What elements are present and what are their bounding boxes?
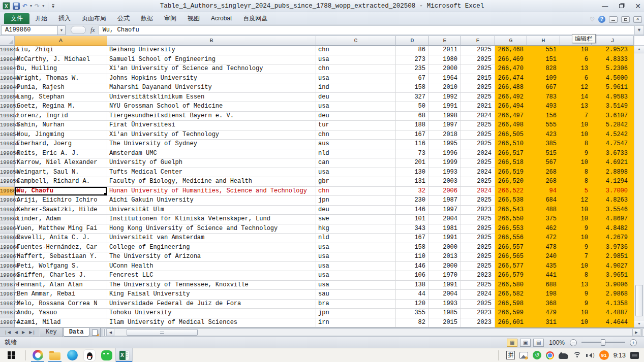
cell-C[interactable]: bra bbox=[316, 300, 396, 309]
cell-I[interactable]: 8 bbox=[560, 271, 592, 281]
sheet-nav-next-icon[interactable]: ▶ bbox=[20, 330, 26, 335]
cell-C[interactable]: chn bbox=[316, 187, 396, 196]
redo-icon[interactable]: ↷ bbox=[35, 3, 40, 9]
cell-H[interactable]: 156 bbox=[527, 112, 560, 121]
ribbon-tab-9[interactable]: 百度网盘 bbox=[237, 13, 273, 24]
cell-A[interactable]: Sahin, Nurhan bbox=[15, 121, 107, 130]
column-header-D[interactable]: D bbox=[396, 36, 429, 46]
cell-D[interactable]: 138 bbox=[396, 281, 429, 290]
cell-F[interactable]: 2021 bbox=[461, 102, 495, 112]
cell-B[interactable]: King Faisal University bbox=[107, 290, 316, 300]
cell-B[interactable]: Universität Ulm bbox=[107, 206, 316, 215]
cell-I[interactable]: 7 bbox=[560, 252, 592, 262]
cell-E[interactable]: 1991 bbox=[429, 234, 461, 243]
cell-A[interactable]: Du, Huiling bbox=[15, 64, 107, 74]
cell-F[interactable]: 2025 bbox=[461, 83, 495, 93]
cell-F[interactable]: 2025 bbox=[461, 55, 495, 65]
row-header-199848[interactable]: 199848 bbox=[0, 74, 15, 84]
cell-B[interactable]: The University of Arizona bbox=[107, 252, 316, 262]
cell-A[interactable]: Tennant, Alan Alan bbox=[15, 281, 107, 290]
column-header-B[interactable]: B bbox=[107, 36, 316, 46]
row-header-199868[interactable]: 199868 bbox=[0, 262, 15, 272]
heart-icon[interactable]: ♡ bbox=[590, 16, 595, 23]
row-header-199864[interactable]: 199864 bbox=[0, 224, 15, 234]
cell-J[interactable]: 4.9027 bbox=[592, 262, 634, 272]
cell-I[interactable]: 8 bbox=[560, 168, 592, 178]
cell-G[interactable]: 266,492 bbox=[495, 93, 527, 103]
name-box-dropdown-icon[interactable]: ▼ bbox=[58, 25, 66, 35]
sheet-nav-last-icon[interactable]: ▶❘ bbox=[27, 330, 37, 335]
cell-J[interactable]: 4.8333 bbox=[592, 55, 634, 65]
cell-E[interactable]: 2000 bbox=[429, 64, 461, 74]
cell-D[interactable]: 110 bbox=[396, 252, 429, 262]
cell-F[interactable]: 2025 bbox=[461, 130, 495, 140]
workbook-minimize-button[interactable] bbox=[609, 16, 618, 23]
cell-B[interactable]: Universitätsklinikum Essen bbox=[107, 93, 316, 103]
customize-qat-icon[interactable]: ▾ bbox=[52, 4, 54, 9]
cell-C[interactable]: sau bbox=[316, 290, 396, 300]
cell-A[interactable]: Ben Ammar, Rebai bbox=[15, 290, 107, 300]
cell-G[interactable]: 266,522 bbox=[495, 187, 527, 196]
cell-F[interactable]: 2025 bbox=[461, 158, 495, 168]
insert-function-icon[interactable]: fx bbox=[90, 26, 95, 34]
cell-E[interactable]: 1999 bbox=[429, 158, 461, 168]
cell-C[interactable]: swe bbox=[316, 215, 396, 224]
cell-D[interactable]: 73 bbox=[396, 149, 429, 159]
cell-C[interactable]: usa bbox=[316, 74, 396, 84]
ribbon-tab-1[interactable]: 开始 bbox=[29, 13, 53, 24]
row-header-199851[interactable]: 199851 bbox=[0, 102, 15, 112]
page-break-view-button[interactable]: ▤ bbox=[533, 339, 544, 347]
cell-E[interactable]: 1993 bbox=[429, 300, 461, 309]
row-header-199858[interactable]: 199858 bbox=[0, 168, 15, 178]
cell-I[interactable]: 10 bbox=[560, 234, 592, 243]
cell-B[interactable]: Tohoku University bbox=[107, 309, 316, 318]
row-header-199857[interactable]: 199857 bbox=[0, 158, 15, 168]
cell-A[interactable]: McCarthy, J. Michael bbox=[15, 55, 107, 65]
row-header-199855[interactable]: 199855 bbox=[0, 140, 15, 149]
cell-A[interactable]: Goetz, Regina M. bbox=[15, 102, 107, 112]
undo-icon[interactable]: ↶ bbox=[22, 3, 27, 9]
cell-E[interactable]: 2010 bbox=[429, 83, 461, 93]
workbook-restore-button[interactable] bbox=[621, 16, 630, 23]
cell-H[interactable]: 488 bbox=[527, 206, 560, 215]
cell-C[interactable]: chn bbox=[316, 46, 396, 55]
cell-I[interactable]: 12 bbox=[560, 83, 592, 93]
cell-B[interactable]: Fencrest LLC bbox=[107, 271, 316, 281]
cell-F[interactable]: 2025 bbox=[461, 140, 495, 149]
help-icon[interactable]: ? bbox=[598, 16, 605, 23]
cell-B[interactable]: The University of Sydney bbox=[107, 140, 316, 149]
cell-C[interactable]: nld bbox=[316, 234, 396, 243]
cell-A[interactable]: Weingart, Saul N. bbox=[15, 168, 107, 178]
horizontal-scrollbar[interactable] bbox=[114, 328, 632, 336]
cell-F[interactable]: 2024 bbox=[461, 290, 495, 300]
cell-D[interactable]: 130 bbox=[396, 168, 429, 178]
cell-G[interactable]: 266,517 bbox=[495, 149, 527, 159]
cell-A[interactable]: Ariji, Eiichiro Ichiro bbox=[15, 196, 107, 206]
cell-H[interactable]: 385 bbox=[527, 140, 560, 149]
cell-E[interactable]: 1998 bbox=[429, 112, 461, 121]
cell-J[interactable]: 4.4887 bbox=[592, 309, 634, 318]
zoom-in-icon[interactable]: + bbox=[630, 339, 637, 346]
cell-G[interactable]: 266,553 bbox=[495, 224, 527, 234]
cell-H[interactable]: 441 bbox=[527, 271, 560, 281]
cell-F[interactable]: 2025 bbox=[461, 177, 495, 187]
cell-F[interactable]: 2025 bbox=[461, 121, 495, 130]
cell-G[interactable]: 266,550 bbox=[495, 215, 527, 224]
cell-J[interactable]: 4.8482 bbox=[592, 224, 634, 234]
cell-I[interactable]: 6 bbox=[560, 55, 592, 65]
cell-D[interactable]: 146 bbox=[396, 206, 429, 215]
cell-G[interactable]: 266,498 bbox=[495, 121, 527, 130]
cell-J[interactable]: 3.9736 bbox=[592, 243, 634, 253]
cell-J[interactable]: 4.4644 bbox=[592, 318, 634, 328]
cell-D[interactable]: 230 bbox=[396, 196, 429, 206]
row-header-199850[interactable]: 199850 bbox=[0, 93, 15, 103]
cell-F[interactable]: 2024 bbox=[461, 112, 495, 121]
row-header-199874[interactable]: 199874 bbox=[0, 318, 15, 328]
cell-E[interactable]: 2006 bbox=[429, 187, 461, 196]
cell-H[interactable]: 684 bbox=[527, 196, 560, 206]
cell-F[interactable]: 2025 bbox=[461, 252, 495, 262]
security-tool-icon[interactable]: ↺ bbox=[533, 351, 541, 359]
cell-E[interactable]: 1970 bbox=[429, 271, 461, 281]
minimize-button[interactable]: — bbox=[602, 3, 608, 9]
cell-I[interactable]: 10 bbox=[560, 215, 592, 224]
